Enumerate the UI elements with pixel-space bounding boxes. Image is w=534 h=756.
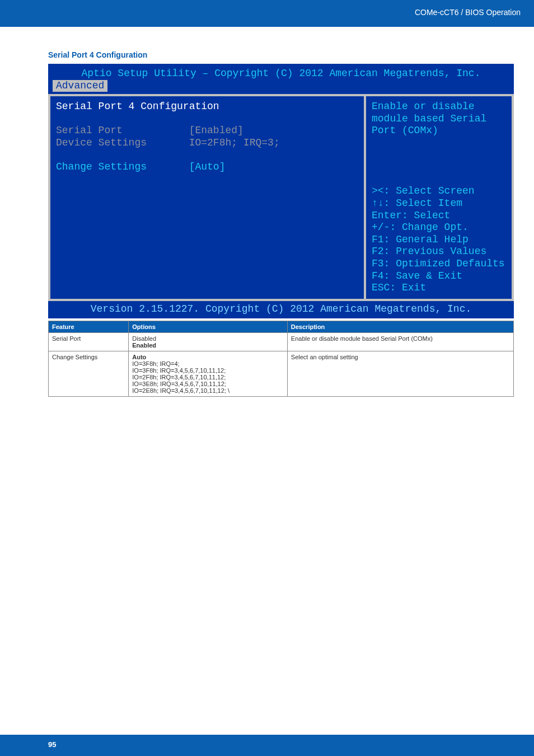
table-header-row: Feature Options Description bbox=[49, 321, 514, 333]
section-title: Serial Port 4 Configuration bbox=[48, 50, 514, 59]
cell-options: AutoIO=3F8h; IRQ=4;IO=3F8h; IRQ=3,4,5,6,… bbox=[129, 351, 288, 397]
serial-port-label[interactable]: Serial Port bbox=[56, 125, 123, 136]
bios-right-panel: Enable or disable module based Serial Po… bbox=[366, 96, 512, 299]
col-feature: Feature bbox=[49, 321, 129, 333]
bios-version: Version 2.15.1227. Copyright (C) 2012 Am… bbox=[48, 301, 514, 319]
cell-description: Enable or disable module based Serial Po… bbox=[287, 333, 513, 351]
bios-title: Aptio Setup Utility – Copyright (C) 2012… bbox=[48, 65, 514, 80]
col-options: Options bbox=[129, 321, 288, 333]
header-bar: COMe-cCT6 / BIOS Operation bbox=[0, 0, 534, 27]
header-breadcrumb: COMe-cCT6 / BIOS Operation bbox=[415, 8, 521, 17]
device-settings-value: IO=2F8h; IRQ=3; bbox=[189, 137, 280, 148]
bios-help-text: Enable or disable module based Serial Po… bbox=[372, 101, 486, 136]
bios-tab-advanced[interactable]: Advanced bbox=[53, 80, 107, 92]
change-settings-label[interactable]: Change Settings bbox=[56, 161, 147, 172]
page-content: Serial Port 4 Configuration Aptio Setup … bbox=[48, 50, 514, 397]
cell-feature: Change Settings bbox=[49, 351, 129, 397]
bios-tab-row: Advanced bbox=[48, 80, 514, 93]
cell-feature: Serial Port bbox=[49, 333, 129, 351]
feature-table: Feature Options Description Serial Port … bbox=[48, 321, 514, 397]
col-description: Description bbox=[287, 321, 513, 333]
device-settings-label: Device Settings bbox=[56, 137, 147, 148]
bios-left-panel: Serial Port 4 Configuration Serial Port … bbox=[50, 96, 364, 299]
cell-description: Select an optimal setting bbox=[287, 351, 513, 397]
bios-keys-help: ><: Select Screen ↑↓: Select Item Enter:… bbox=[372, 185, 505, 293]
change-settings-value[interactable]: [Auto] bbox=[189, 161, 226, 172]
serial-port-value[interactable]: [Enabled] bbox=[189, 125, 243, 136]
table-row: Serial Port DisabledEnabled Enable or di… bbox=[49, 333, 514, 351]
bios-left-title: Serial Port 4 Configuration bbox=[56, 101, 219, 112]
page-number: 95 bbox=[48, 740, 56, 749]
page-footer: 95 bbox=[0, 735, 534, 756]
cell-options: DisabledEnabled bbox=[129, 333, 288, 351]
bios-screenshot: Aptio Setup Utility – Copyright (C) 2012… bbox=[48, 64, 514, 318]
table-row: Change Settings AutoIO=3F8h; IRQ=4;IO=3F… bbox=[49, 351, 514, 397]
bios-main: Serial Port 4 Configuration Serial Port … bbox=[48, 93, 514, 301]
